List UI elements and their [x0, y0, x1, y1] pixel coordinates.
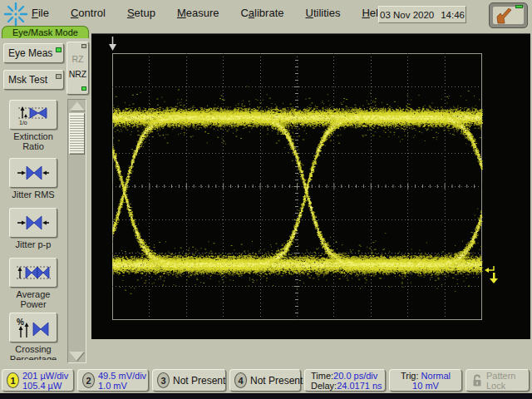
touchscreen-toggle-button[interactable]	[489, 2, 528, 28]
tool-extinction-ratio: 1/o ExtinctionRatio	[2, 100, 65, 151]
crossing-percentage-icon: %	[15, 316, 52, 339]
svg-text:%: %	[17, 318, 24, 327]
eye-diagram-canvas[interactable]	[91, 34, 530, 340]
time-text: 14:46	[441, 10, 465, 20]
msk-test-led	[56, 74, 62, 79]
menu-bar: File Control Setup Measure Calibrate Uti…	[0, 0, 532, 27]
menu-items: File Control Setup Measure Calibrate Uti…	[32, 7, 384, 19]
tool-average-power: AveragePower	[2, 258, 65, 309]
touchscreen-hand-icon	[493, 7, 522, 24]
mode-tab-eye-mask[interactable]: Eye/Mask Mode	[2, 26, 89, 38]
rz-led	[81, 44, 86, 48]
extinction-ratio-button[interactable]: 1/o	[9, 100, 57, 130]
eye-meas-button[interactable]: Eye Meas	[3, 43, 64, 63]
channel-2-button[interactable]: 2 49.5 mV/div1.0 mV	[77, 369, 149, 392]
channel-3-button[interactable]: 3 Not Present	[152, 369, 226, 392]
menu-setup[interactable]: Setup	[127, 7, 155, 19]
jitter-pp-icon	[15, 212, 52, 234]
extinction-ratio-icon: 1/o	[15, 103, 52, 126]
scroll-up-arrow-icon[interactable]	[70, 101, 85, 111]
channel-2-badge: 2	[82, 372, 95, 388]
msk-test-button[interactable]: Msk Test	[3, 70, 64, 90]
crossing-percentage-label: CrossingPercentage	[2, 344, 65, 360]
status-bar: 1 201 µW/div105.4 µW 2 49.5 mV/div1.0 mV…	[0, 368, 532, 393]
channel-1-badge: 1	[7, 372, 19, 388]
eye-meas-led	[56, 47, 62, 52]
agilent-spark-logo-icon	[3, 2, 28, 27]
scroll-down-arrow-icon[interactable]	[69, 352, 84, 361]
sidebar-scrollbar[interactable]	[67, 99, 86, 363]
menu-calibrate[interactable]: Calibrate	[240, 7, 283, 19]
jitter-rms-label: Jitter RMS	[2, 190, 65, 200]
nrz-led	[81, 86, 86, 91]
nrz-option[interactable]: NRZ	[67, 67, 88, 92]
timebase-button[interactable]: Time:20.0 ps/div Delay:24.0171 ns	[304, 369, 386, 392]
waveform-display[interactable]	[91, 33, 530, 339]
channel-4-badge: 4	[234, 372, 247, 388]
sidebar: Eye Meas Msk Test RZ NRZ	[0, 38, 91, 364]
trigger-button[interactable]: Trig: Normal 10 mV	[389, 369, 462, 392]
average-power-button[interactable]	[9, 258, 57, 288]
jitter-pp-button[interactable]	[9, 208, 57, 238]
menu-control[interactable]: Control	[71, 7, 106, 19]
average-power-label: AveragePower	[2, 289, 65, 309]
date-text: 03 Nov 2020	[380, 10, 434, 20]
screen-bottom-edge	[0, 393, 532, 399]
jitter-rms-icon	[15, 162, 52, 184]
channel-1-button[interactable]: 1 201 µW/div105.4 µW	[2, 369, 74, 392]
extinction-ratio-label: ExtinctionRatio	[2, 131, 65, 151]
rz-nrz-toggle-button[interactable]: RZ NRZ	[66, 42, 89, 95]
jitter-pp-label: Jitter p-p	[2, 239, 65, 249]
crossing-percentage-button[interactable]: %	[9, 313, 57, 342]
touchscreen-led	[515, 5, 523, 8]
tool-crossing-percentage: % CrossingPercentage	[2, 313, 65, 360]
menu-utilities[interactable]: Utilities	[306, 7, 341, 19]
menu-file[interactable]: File	[32, 7, 49, 19]
menu-measure[interactable]: Measure	[177, 7, 219, 19]
channel-3-badge: 3	[157, 372, 170, 388]
svg-text:1/o: 1/o	[19, 120, 27, 126]
rz-option[interactable]: RZ	[67, 42, 88, 67]
average-power-icon	[14, 262, 52, 283]
datetime-display: 03 Nov 2020 14:46	[378, 6, 466, 23]
channel-4-button[interactable]: 4 Not Present	[229, 369, 301, 392]
scrollbar-thumb[interactable]	[69, 113, 85, 155]
jitter-rms-button[interactable]	[9, 158, 57, 188]
tool-jitter-pp: Jitter p-p	[2, 208, 65, 249]
pattern-lock-button[interactable]: PatternLock	[466, 369, 530, 392]
scope-application-window: File Control Setup Measure Calibrate Uti…	[0, 0, 532, 399]
open-padlock-icon	[471, 374, 483, 387]
tool-jitter-rms: Jitter RMS	[2, 158, 65, 200]
